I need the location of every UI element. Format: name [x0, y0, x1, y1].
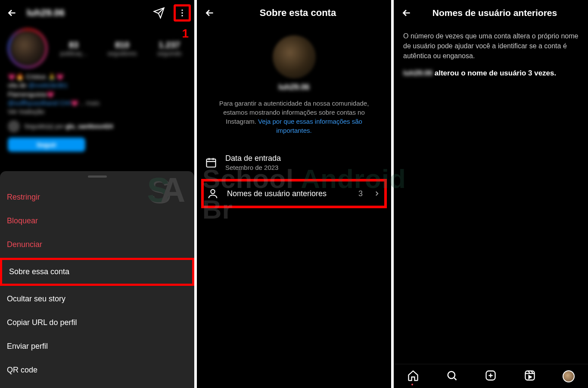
stat-following[interactable]: 1.237 seguindo	[157, 40, 182, 57]
about-username: luh29.06	[278, 83, 309, 92]
panel-previous-usernames: Nomes de usuário anteriores O número de …	[394, 0, 588, 388]
kebab-menu-icon	[177, 8, 187, 18]
follower-avatar	[8, 120, 20, 132]
drag-handle[interactable]	[88, 175, 107, 178]
bio-line-1: 💗🔥 Cristus 🙏💗	[8, 72, 187, 81]
sheet-restrict[interactable]: Restringir	[0, 185, 194, 209]
follow-button[interactable]: Seguir	[8, 138, 85, 152]
more-options-button[interactable]	[174, 4, 191, 22]
reels-icon	[524, 369, 536, 382]
sheet-copy-url[interactable]: Copiar URL do perfil	[0, 311, 194, 335]
svg-point-2	[181, 15, 183, 16]
username-change-result: luh29.06 alterou o nome de usuário 3 vez…	[403, 69, 579, 78]
action-sheet: Restringir Bloquear Denunciar Sobre essa…	[0, 171, 194, 388]
tab-create[interactable]	[485, 369, 497, 383]
avatar	[11, 31, 44, 65]
panel3-title: Nomes de usuário anteriores	[423, 8, 566, 18]
svg-rect-7	[525, 371, 534, 380]
plus-square-icon	[485, 369, 497, 382]
bottom-tab-bar	[394, 364, 588, 388]
prev-usernames-title: Nomes de usuário anteriores	[227, 189, 351, 198]
followed-by-user: glu_santtoss424	[66, 123, 113, 130]
result-username: luh29.06	[403, 69, 432, 77]
followed-by-row[interactable]: Seguido(a) por glu_santtoss424	[8, 120, 187, 132]
bio-more[interactable]: ... mais	[79, 99, 100, 106]
about-avatar-section: luh29.06	[197, 35, 391, 92]
back-button[interactable]	[398, 4, 415, 22]
back-button[interactable]	[3, 4, 21, 22]
svg-point-1	[181, 12, 183, 13]
tab-search[interactable]	[446, 369, 458, 383]
prev-usernames-count: 3	[358, 189, 363, 198]
bio-line-3: Flamenguista💗	[8, 90, 187, 99]
panel-about-account: Sobre esta conta luh29.06 Para garantir …	[197, 0, 391, 388]
sheet-send-profile[interactable]: Enviar perfil	[0, 335, 194, 358]
home-icon	[407, 369, 419, 382]
tab-reels[interactable]	[524, 369, 536, 383]
panel-profile: luh29.06 1 83 publicaç... 810 seguidores	[0, 0, 194, 388]
panel1-header: luh29.06	[0, 0, 194, 26]
panel3-header: Nomes de usuário anteriores	[394, 0, 588, 31]
bio-line-2-text: vila de	[8, 81, 28, 89]
back-arrow-icon	[6, 7, 18, 19]
join-date-title: Data de entrada	[225, 154, 383, 163]
sheet-hide-story[interactable]: Ocultar seu story	[0, 287, 194, 311]
tab-home[interactable]	[407, 369, 419, 383]
panel3-body: O número de vezes que uma conta altera o…	[394, 31, 588, 78]
stat-posts-value: 83	[60, 40, 87, 50]
home-notification-dot	[411, 384, 413, 385]
back-button[interactable]	[201, 4, 218, 22]
join-date-row: Data de entrada Setembro de 2023	[197, 148, 391, 177]
panel3-description: O número de vezes que uma conta altera o…	[403, 31, 579, 61]
person-icon	[207, 188, 219, 200]
stat-followers[interactable]: 810 seguidores	[107, 40, 137, 57]
bio-line-4-link[interactable]: @suffhyusolhand CHI💗	[8, 99, 79, 106]
panel2-header: Sobre esta conta	[197, 0, 391, 31]
stat-posts[interactable]: 83 publicaç...	[60, 40, 87, 57]
followed-by-prefix: Seguido(a) por	[24, 123, 66, 130]
sheet-qr-code[interactable]: QR code	[0, 358, 194, 382]
result-text: alterou o nome de usuário 3 vezes.	[432, 69, 556, 77]
tab-profile[interactable]	[563, 370, 575, 382]
stat-followers-label: seguidores	[107, 50, 137, 57]
svg-point-5	[448, 371, 455, 378]
about-description: Para garantir a autenticidade da nossa c…	[197, 99, 391, 135]
profile-stats: 83 publicaç... 810 seguidores 1.237 segu…	[55, 40, 187, 57]
svg-point-4	[211, 190, 215, 194]
svg-point-0	[181, 9, 183, 11]
about-avatar	[273, 35, 316, 78]
sheet-block[interactable]: Bloquear	[0, 209, 194, 233]
profile-section: 83 publicaç... 810 seguidores 1.237 segu…	[0, 26, 194, 152]
see-translation[interactable]: Ver tradução	[8, 107, 187, 116]
back-arrow-icon	[401, 7, 412, 19]
back-arrow-icon	[204, 7, 215, 19]
sheet-report[interactable]: Denunciar	[0, 233, 194, 257]
bio: 💗🔥 Cristus 🙏💗 vila de @vvelo3e361 Flamen…	[8, 72, 187, 116]
dm-button[interactable]	[150, 4, 168, 22]
send-icon	[153, 7, 165, 19]
stat-posts-label: publicaç...	[60, 50, 87, 57]
previous-usernames-row[interactable]: Nomes de usuário anteriores 3	[201, 179, 387, 208]
profile-username: luh29.06	[27, 7, 144, 19]
calendar-icon	[205, 156, 217, 169]
chevron-right-icon	[373, 190, 381, 197]
sheet-about-account[interactable]: Sobre essa conta	[0, 258, 194, 286]
stat-followers-value: 810	[107, 40, 137, 50]
panel2-title: Sobre esta conta	[226, 7, 370, 19]
story-ring[interactable]	[8, 28, 47, 68]
stat-following-label: seguindo	[157, 50, 182, 57]
about-desc-link[interactable]: Veja por que essas informações são impor…	[258, 118, 362, 134]
stat-following-value: 1.237	[157, 40, 182, 50]
bio-line-2-link[interactable]: @vvelo3e361	[28, 81, 68, 89]
search-icon	[446, 369, 458, 382]
svg-rect-3	[207, 159, 216, 167]
join-date-value: Setembro de 2023	[225, 164, 383, 171]
